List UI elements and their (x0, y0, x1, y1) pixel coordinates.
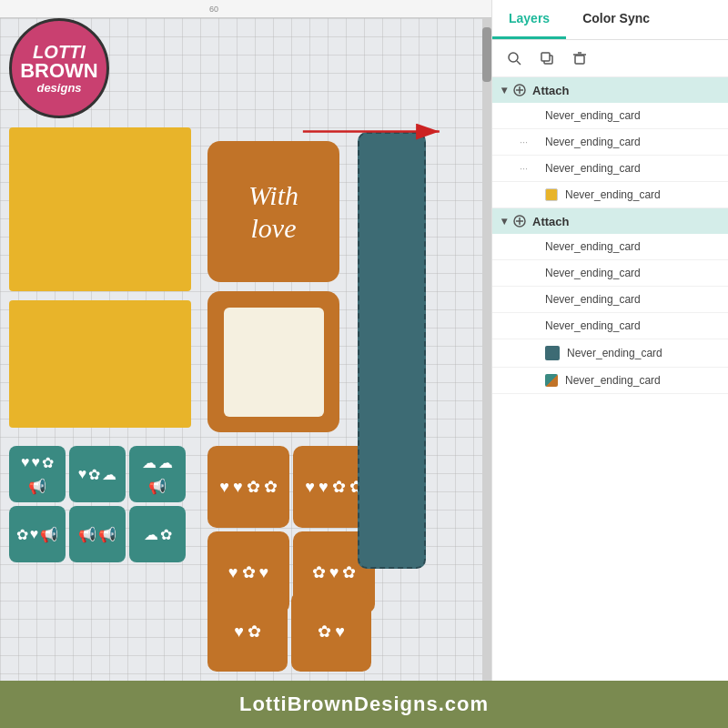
flower-cutout-2: ✿ (264, 477, 278, 497)
yellow-rect-large (9, 127, 191, 291)
attach-group-2[interactable]: ▾ Attach (492, 208, 728, 234)
svg-point-2 (509, 53, 518, 62)
tall-teal-shape (358, 132, 426, 569)
layer-item-10[interactable]: Never_ending_card (492, 368, 728, 394)
layers-panel: Layers Color Sync (491, 0, 728, 681)
logo-designs: designs (36, 81, 81, 95)
ruler-mark-60: 60 (209, 5, 218, 14)
teal-cell-5: 📢 📢 (69, 506, 126, 562)
flower-cutout-sm-2: ✿ (318, 622, 331, 642)
main-content: 60 LOTTI BROWN designs Withlove (0, 0, 728, 681)
teal-cell-2: ♥ ✿ ☁ (69, 446, 126, 502)
layers-header: Layers Color Sync (492, 0, 728, 40)
attach-group-1[interactable]: ▾ Attach (492, 77, 728, 103)
layer-swatch-mixed (545, 374, 558, 387)
megaphone-icon-3: 📢 (40, 526, 58, 543)
copy-icon-btn[interactable] (534, 46, 560, 71)
cloud-icon-2: ☁ (142, 454, 157, 471)
teal-cell-1: ♥ ♥ ✿ 📢 (9, 446, 66, 502)
megaphone-icon-5: 📢 (98, 526, 116, 543)
teal-cell-3: ☁ ☁ 📢 (129, 446, 186, 502)
watermark-text: LottiBrownDesigns.com (239, 693, 489, 716)
flower-icon-3: ✿ (16, 526, 28, 543)
layer-swatch-yellow (545, 188, 558, 201)
layer-name-6: Never_ending_card (545, 267, 719, 279)
flower-icon-2: ✿ (88, 466, 100, 483)
layer-name-1: Never_ending_card (545, 109, 719, 122)
heart-cutout-2: ♥ (233, 478, 243, 497)
teal-cell-6: ☁ ✿ (129, 506, 186, 562)
brown-grid-bottom: ♥ ♥ ✿ ✿ ♥ ♥ ✿ ✿ ♥ ✿ ♥ (207, 446, 375, 613)
heart-cutout-4: ♥ (318, 478, 329, 497)
layer-shape-teal (545, 346, 560, 360)
canvas-scrollbar[interactable] (482, 18, 491, 681)
red-arrow (282, 118, 464, 146)
layer-item-7[interactable]: Never_ending_card (492, 287, 728, 313)
layer-name-3: Never_ending_card (545, 162, 719, 175)
heart-cutout-6: ♥ (259, 563, 269, 582)
attach-icon-2 (512, 214, 527, 228)
heart-cutout-sm-2: ♥ (335, 622, 345, 642)
layers-list: ▾ Attach Never_ending_card ··· Never_end… (492, 77, 728, 681)
svg-rect-6 (575, 56, 584, 64)
heart-cutout-1: ♥ (219, 478, 229, 497)
heart-icon-3: ♥ (78, 466, 87, 482)
flower-cutout-1: ✿ (247, 477, 260, 497)
tab-layers[interactable]: Layers (492, 0, 566, 39)
heart-cutout-5: ♥ (228, 563, 238, 582)
flower-cutout-sm-1: ✿ (248, 622, 261, 642)
megaphone-icon-2: 📢 (148, 478, 167, 495)
layer-item-5[interactable]: Never_ending_card (492, 234, 728, 260)
brown-card-bottom (207, 291, 339, 432)
chevron-down-icon-1: ▾ (501, 84, 507, 96)
flower-icon-1: ✿ (42, 454, 54, 471)
layer-name-5: Never_ending_card (545, 240, 719, 253)
chevron-down-icon-2: ▾ (501, 215, 507, 228)
delete-icon-btn[interactable] (567, 46, 592, 71)
tab-color-sync[interactable]: Color Sync (566, 0, 666, 39)
bottom-bar: LottiBrownDesigns.com (0, 681, 728, 728)
attach-label-1: Attach (532, 84, 569, 97)
attach-label-2: Attach (532, 215, 569, 228)
app-container: 60 LOTTI BROWN designs Withlove (0, 0, 728, 728)
canvas-area[interactable]: 60 LOTTI BROWN designs Withlove (0, 0, 491, 681)
cloud-icon-3: ☁ (158, 454, 173, 471)
layer-dots-2: ··· (520, 136, 538, 147)
layer-item-8[interactable]: Never_ending_card (492, 313, 728, 339)
layers-toolbar (492, 40, 728, 77)
megaphone-icon-4: 📢 (78, 526, 96, 543)
teal-grid-top: ♥ ♥ ✿ 📢 ♥ ✿ ☁ ☁ ☁ 📢 (9, 446, 186, 562)
layer-name-10: Never_ending_card (565, 374, 719, 387)
layer-item-4[interactable]: Never_ending_card (492, 182, 728, 208)
brown-cell-1: ♥ ♥ ✿ ✿ (207, 446, 289, 528)
heart-cutout-7: ♥ (329, 563, 339, 582)
yellow-rect-bottom (9, 300, 191, 428)
canvas-scrollbar-thumb[interactable] (482, 27, 491, 82)
brown-cell-sm-1: ♥ ✿ (207, 592, 288, 672)
search-icon-btn[interactable] (501, 46, 527, 71)
heart-cutout-3: ♥ (305, 478, 315, 497)
layer-name-2: Never_ending_card (545, 136, 719, 148)
ruler-top: 60 (0, 0, 491, 18)
teal-cell-4: ✿ ♥ 📢 (9, 506, 66, 562)
heart-cutout-sm-1: ♥ (234, 622, 244, 642)
heart-icon-2: ♥ (32, 454, 41, 470)
heart-icon-1: ♥ (21, 454, 30, 470)
svg-rect-5 (541, 53, 550, 61)
inner-white-card (224, 308, 324, 417)
flower-cutout-5: ✿ (242, 562, 256, 582)
brown-row-bottom: ♥ ✿ ✿ ♥ (207, 592, 371, 672)
layer-name-8: Never_ending_card (545, 319, 719, 332)
logo-lotti: LOTTI (33, 43, 86, 61)
megaphone-icon-1: 📢 (28, 478, 46, 495)
svg-line-3 (517, 61, 521, 65)
layer-item-3[interactable]: ··· Never_ending_card (492, 156, 728, 182)
layer-item-9[interactable]: Never_ending_card (492, 339, 728, 368)
cloud-icon-4: ☁ (144, 526, 158, 543)
layer-name-4: Never_ending_card (565, 188, 719, 201)
layer-item-6[interactable]: Never_ending_card (492, 260, 728, 287)
layer-item-1[interactable]: Never_ending_card (492, 103, 728, 129)
flower-icon-4: ✿ (160, 526, 172, 543)
flower-cutout-7: ✿ (342, 562, 356, 582)
layer-item-2[interactable]: ··· Never_ending_card (492, 129, 728, 156)
